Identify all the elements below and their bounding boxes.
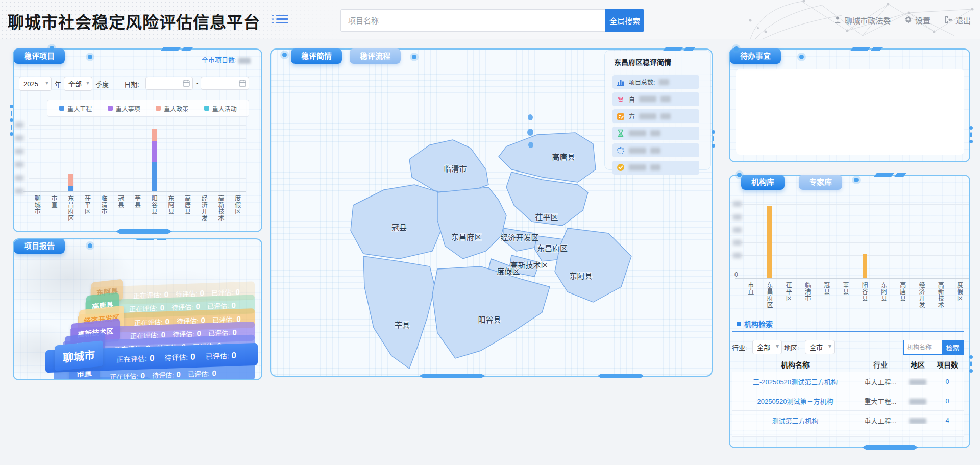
user-menu[interactable]: 聊城市政法委 — [834, 15, 891, 26]
map-district-dongchangfu[interactable] — [437, 187, 506, 259]
gridline — [29, 125, 246, 126]
map-district-yanggu[interactable] — [432, 266, 550, 358]
legend-label: 重大事项 — [116, 104, 140, 113]
redacted-ytick — [733, 201, 742, 207]
border-dots-decoration — [711, 130, 715, 150]
org-name-input[interactable] — [903, 340, 942, 355]
x-axis-label: 东昌府区 — [766, 282, 773, 308]
tab-assessment-brief[interactable]: 稳评简情 — [291, 48, 342, 64]
logout-button[interactable]: 退出 — [944, 15, 971, 26]
org-table-header: 机构名称行业地区项目数 — [732, 359, 964, 370]
x-axis-label: 度假区 — [234, 195, 241, 215]
org-name-link[interactable]: 三-20250520测试第三方机构 — [753, 378, 838, 386]
glow-dot — [734, 46, 739, 51]
gridline — [741, 242, 969, 243]
industry-label: 行业: — [732, 342, 747, 352]
map-district-label: 阳谷县 — [478, 315, 501, 324]
panel-organizations: 机构库 专家库 机构检索 行业: 全部 地区: 全市 检索 机构名称行业地区项目… — [729, 175, 970, 448]
org-name-link[interactable]: 20250520测试第三方机构 — [757, 398, 834, 405]
legend-item[interactable]: 重大事项 — [108, 104, 140, 113]
x-axis-label: 市直 — [50, 195, 57, 208]
tab-expert-library[interactable]: 专家库 — [799, 175, 842, 190]
redacted-ytick — [15, 175, 23, 181]
page-title: 聊城市社会稳定风险评估信息平台 — [8, 9, 260, 33]
x-axis-label: 经济开发 — [918, 282, 925, 308]
overlay-title: 东昌府区稳评简情 — [614, 57, 671, 67]
check-circle-icon — [617, 163, 625, 172]
border-dash-decoration — [137, 238, 170, 240]
tab-assessment-flow[interactable]: 稳评流程 — [350, 48, 401, 64]
year-unit-label: 年 — [55, 79, 61, 89]
date-label: 日期: — [124, 79, 139, 89]
redacted-label — [629, 164, 646, 170]
legend-item[interactable]: 重大活动 — [204, 104, 237, 113]
x-axis-label: 阳谷县 — [150, 195, 157, 215]
org-filters: 行业: 全部 地区: 全市 检索 — [730, 340, 969, 354]
border-dots-decoration — [9, 105, 13, 138]
search-input[interactable] — [340, 9, 605, 32]
tab-org-library[interactable]: 机构库 — [741, 175, 785, 190]
org-table-column: 项目数 — [933, 359, 962, 370]
org-name-link[interactable]: 测试第三方机构 — [772, 417, 818, 425]
redacted-value — [650, 130, 660, 136]
x-axis-label: 莘县 — [134, 195, 141, 208]
redacted-ytick — [733, 227, 742, 233]
x-axis-label: 高唐县 — [184, 195, 191, 215]
table-row: 20250520测试第三方机构重大工程...0 — [732, 391, 964, 410]
year-select[interactable]: 2025 — [19, 77, 51, 90]
org-project-count: 0 — [933, 378, 962, 385]
dashboard-root: 聊城市社会稳定风险评估信息平台 全局搜索 聊城市政法委 设置 退出 稳评项目 — [0, 0, 980, 465]
org-table-column: 地区 — [902, 359, 933, 370]
x-axis-label: 临清市 — [803, 282, 811, 302]
y-tick-zero: 0 — [734, 271, 738, 278]
legend-item[interactable]: 重大政策 — [156, 104, 188, 113]
menu-toggle-icon[interactable] — [272, 13, 288, 27]
map-district-shenxian[interactable] — [363, 256, 435, 369]
stat-value: 0 — [177, 370, 181, 379]
tab-todo[interactable]: 待办事宜 — [730, 48, 781, 64]
quarter-select[interactable]: 全部 — [64, 77, 92, 90]
x-axis-label: 冠县 — [823, 282, 830, 295]
stat-label: 待评估: — [152, 371, 174, 379]
x-axis-label: 东阿县 — [167, 195, 174, 215]
date-end-input[interactable] — [201, 77, 240, 89]
map-district-donge[interactable] — [555, 228, 631, 302]
industry-select-wrap: 全部 — [752, 340, 782, 354]
stat-value: 0 — [150, 353, 154, 363]
x-axis-label: 度假区 — [955, 282, 963, 302]
settings-button[interactable]: 设置 — [904, 15, 930, 26]
x-axis-line — [23, 191, 246, 192]
district-brief-overlay: 东昌府区稳评简情 项目总数:自方 — [605, 51, 710, 169]
tab-stabilization-projects[interactable]: 稳评项目 — [14, 48, 65, 64]
redacted-ytick — [733, 214, 742, 220]
x-axis-label: 市直 — [747, 282, 754, 295]
industry-select[interactable]: 全部 — [753, 340, 781, 354]
org-search-button[interactable]: 检索 — [942, 340, 964, 355]
overlay-stat-label: 自 — [629, 95, 635, 104]
gear-icon — [904, 16, 912, 24]
map-district-label: 经济开发区 — [500, 233, 538, 242]
gridline — [29, 152, 246, 152]
glow-dot — [854, 178, 859, 182]
gridline — [29, 165, 246, 165]
map-decoration-dot — [528, 142, 533, 148]
redacted-value — [660, 113, 671, 119]
legend-item[interactable]: 重大工程 — [59, 104, 92, 113]
x-axis-label: 茌平区 — [785, 282, 792, 302]
logout-icon — [944, 16, 952, 24]
area-select[interactable]: 全市 — [805, 340, 834, 354]
x-axis-label: 高唐县 — [899, 282, 906, 302]
project-chart-legend: 重大工程重大事项重大政策重大活动 — [47, 100, 249, 117]
redacted-value — [238, 58, 251, 64]
global-search-button[interactable]: 全局搜索 — [605, 9, 644, 32]
x-axis-label: 茌平区 — [83, 195, 90, 215]
user-name: 聊城市政法委 — [845, 15, 891, 26]
date-start-input[interactable] — [146, 77, 185, 89]
redacted-value — [659, 79, 669, 85]
tab-project-report[interactable]: 项目报告 — [14, 238, 65, 254]
stat-label: 正在评估: — [116, 355, 147, 364]
stat-value: 0 — [232, 351, 236, 360]
map-district-guanxian[interactable] — [351, 185, 445, 259]
gridline — [29, 138, 246, 139]
lotus-icon — [617, 95, 625, 103]
